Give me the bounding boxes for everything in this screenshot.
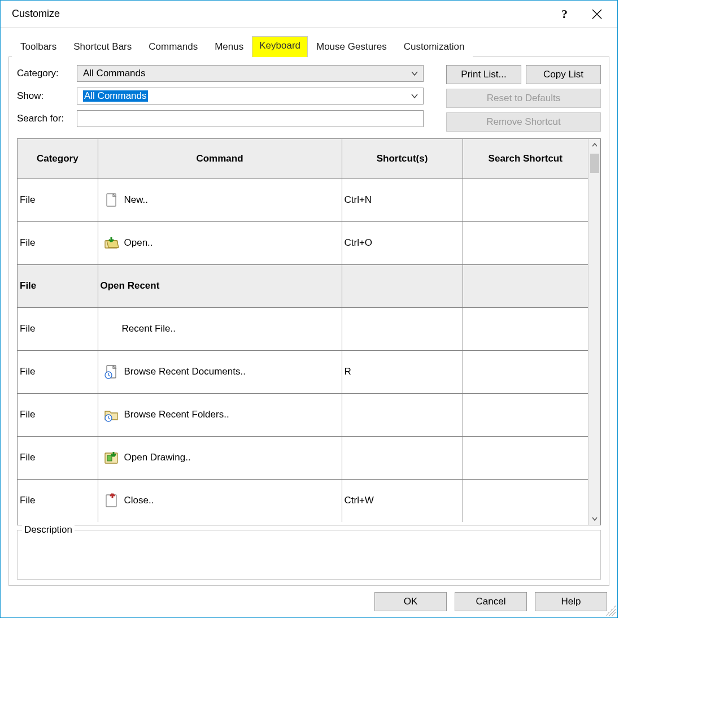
- col-shortcuts[interactable]: Shortcut(s): [342, 139, 463, 179]
- cell-category: File: [18, 307, 98, 350]
- search-label: Search for:: [17, 113, 77, 124]
- tabstrip: Toolbars Shortcut Bars Commands Menus Ke…: [8, 36, 609, 57]
- cell-shortcut: Ctrl+O: [342, 221, 463, 264]
- folder-clock-icon: [103, 406, 120, 423]
- table-row[interactable]: FileBrowse Recent Folders..: [18, 393, 588, 436]
- cell-category: File: [18, 221, 98, 264]
- cell-search-shortcut: [463, 221, 588, 264]
- cell-search-shortcut: [463, 350, 588, 393]
- cell-shortcut: [342, 436, 463, 479]
- command-text: Browse Recent Folders..: [124, 409, 229, 420]
- cell-category: File: [18, 264, 98, 307]
- remove-shortcut-button: Remove Shortcut: [446, 112, 601, 132]
- cell-search-shortcut: [463, 436, 588, 479]
- print-list-button[interactable]: Print List...: [446, 65, 521, 84]
- tab-menus[interactable]: Menus: [206, 36, 252, 57]
- cancel-button[interactable]: Cancel: [455, 592, 527, 611]
- dialog-footer: OK Cancel Help: [1, 586, 617, 617]
- col-command[interactable]: Command: [98, 139, 342, 179]
- cell-shortcut: [342, 264, 463, 307]
- customize-window: Customize ? Toolbars Shortcut Bars Comma…: [0, 0, 618, 618]
- command-text: Open..: [124, 237, 153, 249]
- cell-command: Browse Recent Documents..: [98, 350, 342, 393]
- cell-command: Browse Recent Folders..: [98, 393, 342, 436]
- cell-category: File: [18, 350, 98, 393]
- table-row[interactable]: FileNew..Ctrl+N: [18, 179, 588, 221]
- show-label: Show:: [17, 90, 77, 102]
- cell-shortcut: [342, 393, 463, 436]
- cell-search-shortcut: [463, 307, 588, 350]
- show-value: All Commands: [83, 90, 148, 102]
- cell-command: Open Recent: [98, 264, 342, 307]
- help-button[interactable]: Help: [535, 592, 607, 611]
- cell-search-shortcut: [463, 179, 588, 221]
- command-text: Recent File..: [122, 323, 176, 334]
- chevron-down-icon: [411, 92, 419, 100]
- cell-command: Open..: [98, 221, 342, 264]
- cell-category: File: [18, 436, 98, 479]
- reset-defaults-button: Reset to Defaults: [446, 89, 601, 108]
- search-input-wrap: [77, 110, 424, 127]
- cell-shortcut: Ctrl+W: [342, 479, 463, 522]
- cell-command: Recent File..: [98, 307, 342, 350]
- category-value: All Commands: [83, 68, 146, 79]
- shortcut-table-scroll: Category Command Shortcut(s) Search Shor…: [18, 139, 588, 525]
- col-search-shortcut[interactable]: Search Shortcut: [463, 139, 588, 179]
- cell-category: File: [18, 479, 98, 522]
- titlebar: Customize ?: [1, 1, 617, 28]
- help-icon[interactable]: ?: [557, 5, 572, 24]
- cell-category: File: [18, 179, 98, 221]
- tab-mouse-gestures[interactable]: Mouse Gestures: [308, 36, 395, 57]
- close-doc-icon: [103, 492, 120, 509]
- description-box: Description: [17, 530, 601, 580]
- window-title: Customize: [12, 8, 60, 20]
- drawing-icon: [103, 449, 120, 466]
- table-row[interactable]: FileRecent File..: [18, 307, 588, 350]
- command-text: Browse Recent Documents..: [124, 366, 246, 377]
- ok-button[interactable]: OK: [374, 592, 447, 611]
- table-row[interactable]: FileOpen..Ctrl+O: [18, 221, 588, 264]
- description-label: Description: [22, 524, 75, 536]
- command-text: New..: [124, 194, 149, 206]
- tab-toolbars[interactable]: Toolbars: [12, 36, 65, 57]
- category-dropdown[interactable]: All Commands: [77, 65, 424, 82]
- tab-customization[interactable]: Customization: [395, 36, 473, 57]
- show-dropdown[interactable]: All Commands: [77, 88, 424, 105]
- doc-clock-icon: [103, 363, 120, 380]
- cell-command: New..: [98, 179, 342, 221]
- category-label: Category:: [17, 68, 77, 79]
- cell-category: File: [18, 393, 98, 436]
- scroll-thumb[interactable]: [590, 154, 599, 173]
- cell-search-shortcut: [463, 479, 588, 522]
- dialog-body: Toolbars Shortcut Bars Commands Menus Ke…: [1, 28, 617, 586]
- resize-grip-icon[interactable]: [605, 606, 616, 616]
- vertical-scrollbar[interactable]: [588, 139, 600, 525]
- filter-fields: Category: All Commands Show: All Command…: [17, 65, 424, 133]
- search-input[interactable]: [83, 111, 419, 127]
- scroll-up-icon[interactable]: [588, 139, 601, 151]
- tab-shortcut-bars[interactable]: Shortcut Bars: [65, 36, 140, 57]
- scroll-down-icon[interactable]: [588, 512, 601, 525]
- table-row[interactable]: FileClose..Ctrl+W: [18, 479, 588, 522]
- action-buttons: Print List... Copy List Reset to Default…: [446, 65, 601, 133]
- shortcut-table: Category Command Shortcut(s) Search Shor…: [18, 139, 588, 522]
- cell-command: Open Drawing..: [98, 436, 342, 479]
- open-icon: [103, 234, 120, 251]
- table-row[interactable]: FileOpen Drawing..: [18, 436, 588, 479]
- cell-command: Close..: [98, 479, 342, 522]
- titlebar-controls: ?: [557, 2, 609, 27]
- col-category[interactable]: Category: [18, 139, 98, 179]
- tab-keyboard[interactable]: Keyboard: [252, 36, 308, 57]
- shortcut-table-wrap: Category Command Shortcut(s) Search Shor…: [17, 138, 601, 525]
- tab-commands[interactable]: Commands: [140, 36, 206, 57]
- cell-search-shortcut: [463, 393, 588, 436]
- table-row[interactable]: FileBrowse Recent Documents..R: [18, 350, 588, 393]
- tab-panel: Category: All Commands Show: All Command…: [8, 57, 609, 586]
- command-text: Open Drawing..: [124, 452, 191, 463]
- cell-shortcut: Ctrl+N: [342, 179, 463, 221]
- cell-shortcut: R: [342, 350, 463, 393]
- table-row[interactable]: FileOpen Recent: [18, 264, 588, 307]
- chevron-down-icon: [411, 69, 419, 77]
- close-icon[interactable]: [585, 2, 609, 27]
- copy-list-button[interactable]: Copy List: [526, 65, 601, 84]
